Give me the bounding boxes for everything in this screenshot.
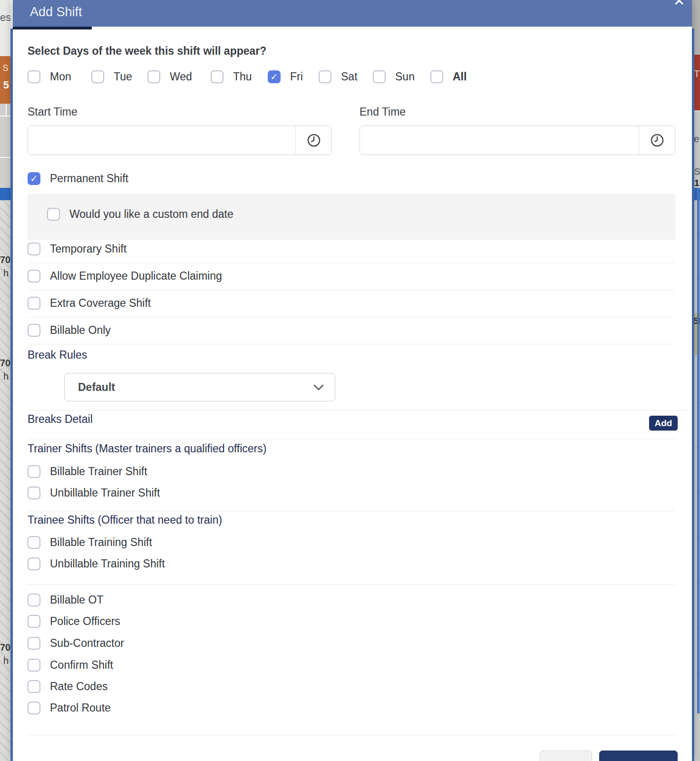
checkbox[interactable]: [28, 70, 40, 83]
break-rules-select[interactable]: Default: [64, 373, 335, 401]
billable-only-checkbox[interactable]: Billable Only: [28, 324, 111, 337]
breaks-detail-label: Breaks Detail: [28, 413, 93, 426]
checkbox-label: Billable Only: [50, 324, 111, 337]
checkbox[interactable]: [28, 680, 40, 693]
day-label: Thu: [233, 70, 252, 83]
custom-end-date-checkbox[interactable]: Would you like a custom end date: [47, 208, 233, 221]
patrol-route-checkbox[interactable]: Patrol Route: [28, 702, 111, 714]
day-checkbox-all[interactable]: All: [430, 70, 467, 83]
checkbox-label: Police Officers: [50, 615, 120, 628]
checkbox[interactable]: [28, 297, 40, 310]
checkbox[interactable]: [373, 70, 386, 83]
day-checkbox-thu[interactable]: Thu: [211, 70, 252, 83]
divider: [28, 410, 689, 410]
sub-contractor-checkbox[interactable]: Sub-Contractor: [28, 637, 124, 650]
dialog-title: Add Shift: [30, 5, 82, 20]
checkbox-label: Would you like a custom end date: [69, 208, 233, 221]
unbillable-trainer-checkbox[interactable]: Unbillable Trainer Shift: [28, 487, 160, 499]
temporary-shift-checkbox[interactable]: Temporary Shift: [28, 243, 126, 255]
checkbox[interactable]: [28, 702, 40, 714]
calendar-orange-event: S S 5: [0, 56, 10, 104]
calendar-text-fragment: es,: [0, 11, 10, 24]
rate-codes-checkbox[interactable]: Rate Codes: [28, 680, 107, 693]
divider: [28, 439, 675, 439]
calendar-event-text: S S: [0, 63, 10, 73]
police-officers-checkbox[interactable]: Police Officers: [28, 615, 120, 628]
checkbox[interactable]: [319, 70, 331, 83]
checkbox[interactable]: [28, 243, 40, 255]
end-time-input[interactable]: [360, 126, 675, 155]
checkbox[interactable]: [28, 270, 40, 283]
unbillable-training-checkbox[interactable]: Unbillable Training Shift: [28, 557, 165, 570]
day-checkbox-sat[interactable]: Sat: [319, 70, 358, 83]
divider: [28, 735, 675, 735]
calendar-red-event: T: [693, 55, 700, 110]
confirm-shift-checkbox[interactable]: Confirm Shift: [28, 659, 113, 672]
checkbox-label: Permanent Shift: [50, 172, 128, 185]
checkbox[interactable]: [28, 536, 40, 549]
checkbox-label: Rate Codes: [50, 680, 107, 693]
start-time-picker-button[interactable]: [295, 126, 331, 155]
calendar-text-fragment: S: [694, 166, 700, 177]
checkbox[interactable]: [28, 659, 40, 672]
checkbox-label: Unbillable Trainer Shift: [50, 487, 160, 499]
day-checkbox-tue[interactable]: Tue: [91, 70, 132, 83]
billable-trainer-checkbox[interactable]: Billable Trainer Shift: [28, 465, 147, 478]
checkbox[interactable]: [47, 208, 60, 221]
day-label: All: [453, 70, 467, 83]
day-checkbox-mon[interactable]: Mon: [28, 70, 71, 83]
divider: [28, 584, 675, 585]
checkbox-label: Unbillable Training Shift: [50, 557, 165, 570]
day-checkbox-fri[interactable]: Fri: [268, 70, 303, 83]
checkbox[interactable]: [28, 465, 40, 478]
trainee-shifts-heading: Trainee Shifts (Officer that need to tra…: [28, 514, 222, 527]
chevron-down-icon: [313, 384, 324, 391]
duplicate-claiming-checkbox[interactable]: Allow Employee Duplicate Claiming: [28, 270, 222, 283]
divider: [28, 511, 675, 511]
checkbox-label: Billable Trainer Shift: [50, 465, 147, 478]
selected-option: Default: [78, 381, 115, 394]
divider: [28, 344, 675, 344]
checkbox[interactable]: [91, 70, 104, 83]
calendar-background-left: es, S S 5 700 h 700 h 700 h: [0, 0, 10, 761]
billable-training-checkbox[interactable]: Billable Training Shift: [28, 536, 152, 549]
day-checkbox-wed[interactable]: Wed: [147, 70, 192, 83]
calendar-text-fragment: h: [3, 371, 9, 382]
day-label: Fri: [290, 70, 303, 83]
extra-coverage-checkbox[interactable]: Extra Coverage Shift: [28, 297, 151, 310]
end-time-picker-button[interactable]: [639, 126, 675, 155]
checkbox[interactable]: [28, 172, 40, 185]
start-time-value[interactable]: [28, 126, 295, 155]
divider: [28, 290, 675, 290]
break-rules-label: Break Rules: [28, 349, 87, 361]
checkbox[interactable]: [430, 70, 443, 83]
cancel-button[interactable]: [540, 751, 592, 761]
calendar-event-text: T: [694, 68, 700, 79]
calendar-blue-row: [0, 188, 10, 200]
day-label: Tue: [114, 70, 132, 83]
start-time-input[interactable]: [28, 126, 332, 155]
day-label: Wed: [170, 70, 192, 83]
checkbox[interactable]: [28, 615, 40, 628]
calendar-text-fragment: 1: [694, 178, 700, 188]
day-label: Mon: [50, 70, 71, 83]
permanent-shift-checkbox[interactable]: Permanent Shift: [28, 172, 128, 185]
checkbox[interactable]: [147, 70, 160, 83]
add-shift-dialog: Add Shift ✕ Select Days of the week this…: [13, 0, 692, 761]
checkbox[interactable]: [28, 594, 40, 606]
close-icon[interactable]: ✕: [670, 0, 689, 9]
day-checkbox-sun[interactable]: Sun: [373, 70, 415, 83]
checkbox[interactable]: [268, 70, 281, 83]
checkbox[interactable]: [211, 70, 224, 83]
checkbox[interactable]: [28, 637, 40, 650]
checkbox[interactable]: [28, 324, 40, 337]
billable-ot-checkbox[interactable]: Billable OT: [28, 594, 103, 606]
checkbox[interactable]: [28, 487, 40, 499]
checkbox-label: Temporary Shift: [50, 243, 126, 255]
checkbox-label: Allow Employee Duplicate Claiming: [50, 270, 222, 283]
checkbox[interactable]: [28, 557, 40, 570]
save-button[interactable]: [599, 751, 678, 761]
add-break-button[interactable]: Add: [649, 416, 678, 430]
end-time-label: End Time: [360, 106, 406, 118]
end-time-value[interactable]: [360, 126, 639, 155]
